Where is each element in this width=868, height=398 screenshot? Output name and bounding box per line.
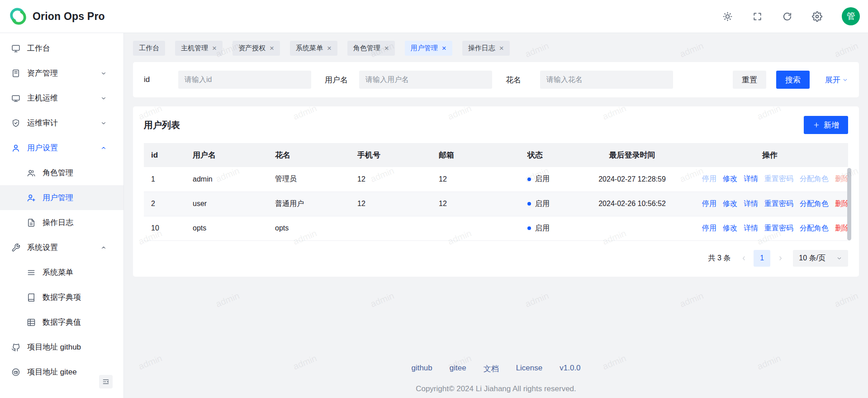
action-link[interactable]: 重置密码 (764, 199, 793, 209)
sidebar-item[interactable]: 资产管理 (0, 61, 123, 86)
tab-label: 资产授权 (238, 44, 266, 53)
app-root: Orion Ops Pro 管 工作台资产管理主机运维运维审计用户设置角色管理用… (0, 0, 868, 398)
close-icon[interactable]: × (327, 44, 332, 52)
tool-icon (11, 243, 20, 252)
page-size-select[interactable]: 10 条/页 (793, 250, 848, 267)
action-link[interactable]: 详情 (744, 224, 758, 233)
tab-label: 用户管理 (411, 44, 438, 53)
close-icon[interactable]: × (212, 44, 217, 52)
workbench-icon (11, 44, 20, 53)
tab[interactable]: 资产授权× (232, 41, 280, 56)
action-link[interactable]: 详情 (744, 174, 758, 184)
data-table: id用户名花名手机号邮箱状态最后登录时间操作 1admin管理员1212启用20… (144, 143, 848, 241)
watermark-text: admin (678, 291, 705, 310)
tab[interactable]: 工作台 (133, 41, 165, 56)
close-icon[interactable]: × (499, 44, 504, 52)
column-header: 最后登录时间 (573, 143, 692, 167)
user-list-card: 用户列表 新增 id用户名花名手机号邮箱状态最后登录时间操作 1admin管理员… (133, 106, 859, 277)
action-link[interactable]: 分配角色 (800, 224, 829, 233)
cell-status: 启用 (520, 216, 573, 240)
cell-mobile: 12 (350, 192, 432, 216)
tab[interactable]: 角色管理× (347, 41, 395, 56)
audit-shield-icon (11, 119, 20, 128)
cell-username: admin (185, 167, 268, 192)
chevron-right-icon[interactable] (775, 253, 785, 263)
status-dot-icon (527, 202, 531, 206)
chevron-left-icon[interactable] (739, 253, 749, 263)
table-row: 1admin管理员1212启用2024-02-27 12:28:59停用修改详情… (144, 167, 848, 192)
add-button-label: 新增 (824, 120, 839, 130)
sidebar-item-label: 项目地址 gitee (27, 367, 77, 377)
table-grid-icon (27, 318, 36, 327)
status-dot-icon (527, 226, 531, 230)
sidebar-item-label: 用户设置 (27, 143, 58, 153)
sidebar-item[interactable]: 数据字典值 (0, 310, 123, 335)
column-header: 手机号 (350, 143, 432, 167)
fullscreen-icon[interactable] (752, 11, 763, 22)
sidebar-item[interactable]: 角色管理 (0, 160, 123, 185)
close-icon[interactable]: × (270, 44, 274, 52)
settings-gear-icon[interactable] (812, 11, 822, 22)
sidebar-item[interactable]: 系统设置 (0, 235, 123, 260)
sidebar-item[interactable]: 工作台 (0, 36, 123, 61)
tab-label: 工作台 (139, 44, 159, 53)
close-icon[interactable]: × (442, 44, 446, 52)
action-link[interactable]: 分配角色 (800, 174, 829, 184)
user-icon (11, 144, 20, 153)
user-avatar[interactable]: 管 (842, 7, 860, 25)
action-link[interactable]: 修改 (723, 199, 737, 209)
action-link[interactable]: 详情 (744, 199, 758, 209)
action-link[interactable]: 停用 (702, 224, 716, 233)
sidebar-item-label: 数据字典项 (43, 292, 81, 302)
tab-label: 系统菜单 (296, 44, 323, 53)
cell-username: user (185, 192, 268, 216)
search-field: 花名 (506, 71, 673, 89)
action-link[interactable]: 重置密码 (764, 174, 793, 184)
footer-link[interactable]: License (516, 364, 543, 374)
tab[interactable]: 用户管理× (405, 41, 452, 56)
action-link[interactable]: 修改 (723, 174, 737, 184)
action-link[interactable]: 分配角色 (800, 199, 829, 209)
search-input[interactable] (178, 71, 311, 89)
sidebar-item[interactable]: 用户管理 (0, 185, 123, 210)
footer-link[interactable]: gitee (450, 364, 466, 374)
footer-link[interactable]: v1.0.0 (560, 364, 580, 374)
expand-toggle[interactable]: 展开 (825, 75, 848, 85)
search-button[interactable]: 搜索 (776, 71, 810, 89)
tab[interactable]: 系统菜单× (290, 41, 337, 56)
close-icon[interactable]: × (384, 44, 389, 52)
brightness-icon[interactable] (722, 11, 733, 22)
search-input[interactable] (540, 71, 673, 89)
refresh-icon[interactable] (782, 11, 792, 22)
action-link[interactable]: 删除 (835, 174, 848, 184)
status-label: 启用 (535, 199, 550, 209)
column-header: 状态 (520, 143, 573, 167)
cell-status: 启用 (520, 192, 573, 216)
tab[interactable]: 操作日志× (462, 41, 510, 56)
sidebar-item[interactable]: 用户设置 (0, 135, 123, 160)
action-link[interactable]: 重置密码 (764, 224, 793, 233)
action-link[interactable]: 停用 (702, 174, 716, 184)
reset-button[interactable]: 重置 (733, 71, 766, 89)
sidebar-item[interactable]: 系统菜单 (0, 260, 123, 285)
sidebar-item[interactable]: 数据字典项 (0, 285, 123, 310)
action-link[interactable]: 删除 (835, 224, 848, 233)
action-link[interactable]: 删除 (835, 199, 848, 209)
add-user-button[interactable]: 新增 (804, 116, 848, 134)
sidebar-item[interactable]: 项目地址 github (0, 335, 123, 360)
pagination-current-page[interactable]: 1 (754, 250, 770, 267)
footer-link[interactable]: 文档 (484, 364, 499, 374)
cell-id: 10 (144, 216, 185, 240)
collapse-sidebar-button[interactable] (99, 375, 113, 388)
table-scrollbar[interactable] (847, 168, 851, 240)
sidebar-item[interactable]: 运维审计 (0, 110, 123, 135)
sidebar-item[interactable]: 操作日志 (0, 210, 123, 235)
tab[interactable]: 主机管理× (175, 41, 223, 56)
cell-email: 12 (432, 167, 520, 192)
action-link[interactable]: 停用 (702, 199, 716, 209)
column-header: 花名 (268, 143, 350, 167)
action-link[interactable]: 修改 (723, 224, 737, 233)
footer-link[interactable]: github (411, 364, 432, 374)
search-input[interactable] (359, 71, 492, 89)
sidebar-item[interactable]: 主机运维 (0, 86, 123, 110)
